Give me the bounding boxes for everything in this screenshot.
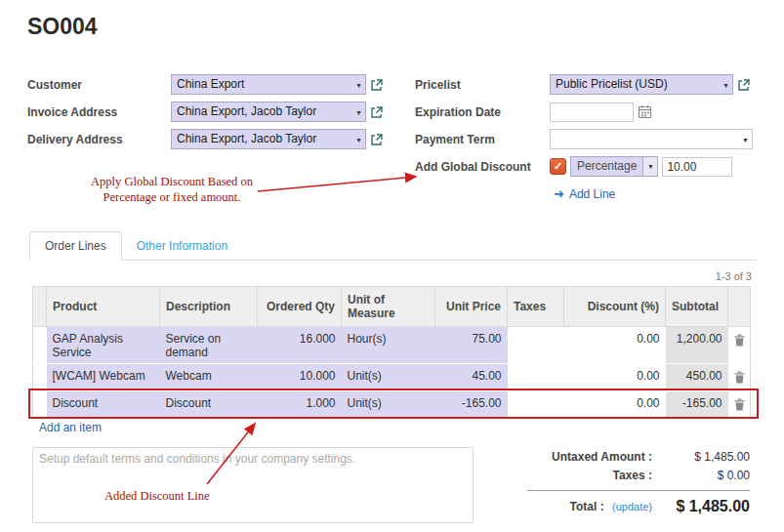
order-lines-table: Product Description Ordered Qty Unit of … xyxy=(32,286,751,419)
col-product[interactable]: Product xyxy=(47,287,160,327)
cell-unit-price: -165.00 xyxy=(435,391,508,419)
global-discount-label: Add Global Discount xyxy=(415,160,550,174)
delivery-address-label: Delivery Address xyxy=(27,133,171,146)
delivery-address-row: Delivery Address China Export, Jacob Tay… xyxy=(27,129,408,149)
order-line-row[interactable]: GAP Analysis Service Service on demand 1… xyxy=(33,327,751,364)
cell-unit-price: 45.00 xyxy=(435,364,508,391)
pricelist-select-value: Public Pricelist (USD) xyxy=(556,77,668,91)
payment-term-row: Payment Term ▼ xyxy=(415,129,757,149)
drag-handle xyxy=(33,327,47,364)
col-subtotal[interactable]: Subtotal xyxy=(666,287,728,327)
total-label: Total : xyxy=(570,500,604,513)
external-link-icon[interactable] xyxy=(737,78,751,92)
invoice-address-select[interactable]: China Export, Jacob Taylor ▼ xyxy=(171,102,366,122)
drag-handle-column xyxy=(33,287,47,327)
cell-unit-of-measure: Unit(s) xyxy=(342,364,435,391)
add-line-arrow-icon: ➜ xyxy=(554,187,564,200)
cell-discount: 0.00 xyxy=(564,327,666,364)
pricelist-row: Pricelist Public Pricelist (USD) ▼ xyxy=(415,74,757,95)
taxes-value: $ 0.00 xyxy=(664,469,750,482)
add-line-row: ➜ Add Line xyxy=(415,184,757,204)
pricelist-select[interactable]: Public Pricelist (USD) ▼ xyxy=(550,74,733,95)
cell-product: GAP Analysis Service xyxy=(47,327,160,364)
untaxed-amount-label: Untaxed Amount : xyxy=(527,450,664,464)
external-link-icon[interactable] xyxy=(370,78,384,92)
chevron-down-icon: ▼ xyxy=(642,157,657,176)
notebook-tabs: Order Lines Other Information xyxy=(29,231,757,261)
cell-unit-of-measure: Unit(s) xyxy=(342,391,435,419)
order-line-row[interactable]: [WCAM] Webcam Webcam 10.000 Unit(s) 45.0… xyxy=(33,364,751,391)
drag-handle xyxy=(33,391,47,419)
cell-taxes xyxy=(508,391,564,419)
delete-column xyxy=(728,287,751,327)
delivery-address-select[interactable]: China Export, Jacob Taylor ▼ xyxy=(171,129,366,149)
tab-other-information[interactable]: Other Information xyxy=(122,232,242,260)
chevron-down-icon: ▼ xyxy=(355,102,362,121)
global-discount-checkbox[interactable]: ✓ xyxy=(550,158,566,175)
expiration-date-label: Expiration Date xyxy=(415,105,550,119)
cell-subtotal: 1,200.00 xyxy=(666,327,728,364)
customer-row: Customer China Export ▼ xyxy=(27,74,408,95)
invoice-address-row: Invoice Address China Export, Jacob Tayl… xyxy=(27,102,408,122)
col-unit-price[interactable]: Unit Price xyxy=(435,287,508,327)
col-description[interactable]: Description xyxy=(160,287,258,327)
col-ordered-qty[interactable]: Ordered Qty xyxy=(258,287,342,327)
cell-taxes xyxy=(508,327,564,364)
update-total-link[interactable]: (update) xyxy=(612,501,652,512)
add-line-label: Add Line xyxy=(569,187,615,201)
expiration-date-row: Expiration Date xyxy=(415,102,757,122)
discount-amount-input[interactable] xyxy=(662,157,732,177)
untaxed-amount-value: $ 1,485.00 xyxy=(664,450,750,464)
cell-discount: 0.00 xyxy=(564,364,666,391)
delete-line-icon[interactable] xyxy=(728,391,751,419)
calendar-icon[interactable] xyxy=(638,104,652,119)
customer-select[interactable]: China Export ▼ xyxy=(171,74,366,95)
cell-description: Service on demand xyxy=(160,327,258,364)
totals-separator xyxy=(527,490,750,491)
external-link-icon[interactable] xyxy=(370,105,384,119)
delivery-address-select-value: China Export, Jacob Taylor xyxy=(177,132,316,145)
check-icon: ✓ xyxy=(554,161,562,172)
customer-select-value: China Export xyxy=(177,77,244,91)
expiration-date-input[interactable] xyxy=(550,102,634,122)
col-taxes[interactable]: Taxes xyxy=(508,287,564,327)
add-line-button[interactable]: ➜ Add Line xyxy=(554,187,615,201)
total-value: $ 1,485.00 xyxy=(664,498,750,515)
tab-order-lines[interactable]: Order Lines xyxy=(29,231,122,261)
col-discount[interactable]: Discount (%) xyxy=(564,287,666,327)
terms-and-conditions-textarea[interactable] xyxy=(32,447,474,523)
cell-unit-price: 75.00 xyxy=(435,327,508,364)
external-link-icon[interactable] xyxy=(370,133,384,146)
payment-term-select[interactable]: ▼ xyxy=(550,129,753,149)
chevron-down-icon: ▼ xyxy=(355,75,362,94)
sale-order-page: SO004 Customer China Export ▼ Invoice Ad… xyxy=(0,0,784,532)
table-header-row: Product Description Ordered Qty Unit of … xyxy=(33,287,751,327)
col-unit-of-measure[interactable]: Unit of Measure xyxy=(342,287,435,327)
untaxed-amount-row: Untaxed Amount : $ 1,485.00 xyxy=(527,450,750,464)
delete-line-icon[interactable] xyxy=(728,327,751,364)
add-an-item-link[interactable]: Add an item xyxy=(39,421,102,434)
discount-type-select[interactable]: Percentage ▼ xyxy=(570,156,658,177)
delete-line-icon[interactable] xyxy=(728,364,751,391)
cell-taxes xyxy=(508,364,564,391)
cell-ordered-qty: 16.000 xyxy=(258,327,342,364)
cell-product: Discount xyxy=(47,391,160,419)
payment-term-label: Payment Term xyxy=(415,133,550,146)
form-right-column: Pricelist Public Pricelist (USD) ▼ Expir… xyxy=(415,74,757,211)
taxes-row: Taxes : $ 0.00 xyxy=(527,469,750,482)
cell-ordered-qty: 1.000 xyxy=(258,391,342,419)
annotation-global-discount-note: Apply Global Discount Based on Percentag… xyxy=(80,175,264,205)
form-left-column: Customer China Export ▼ Invoice Address … xyxy=(27,74,408,156)
cell-product: [WCAM] Webcam xyxy=(47,364,160,391)
total-row: Total : (update) $ 1,485.00 xyxy=(527,498,750,515)
cell-unit-of-measure: Hour(s) xyxy=(342,327,435,364)
chevron-down-icon: ▼ xyxy=(355,130,362,148)
page-title: SO004 xyxy=(27,14,98,40)
cell-ordered-qty: 10.000 xyxy=(258,364,342,391)
drag-handle xyxy=(33,364,47,391)
order-line-row-discount[interactable]: Discount Discount 1.000 Unit(s) -165.00 … xyxy=(33,391,751,419)
global-discount-row: Add Global Discount ✓ Percentage ▼ xyxy=(415,156,757,177)
chevron-down-icon: ▼ xyxy=(722,75,729,94)
invoice-address-label: Invoice Address xyxy=(27,105,171,119)
cell-discount: 0.00 xyxy=(564,391,666,419)
